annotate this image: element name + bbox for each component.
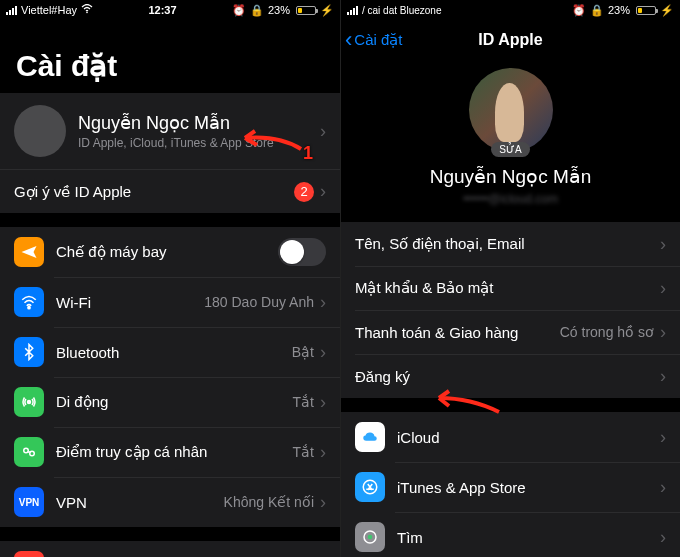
carrier-label: / cai dat Bluezone	[362, 5, 442, 16]
cell-signal-icon	[347, 5, 358, 15]
svg-point-2	[28, 401, 31, 404]
vpn-icon: VPN	[14, 487, 44, 517]
charging-icon: ⚡	[660, 4, 674, 17]
chevron-right-icon: ›	[660, 322, 666, 343]
row-findmy[interactable]: Tìm ›	[341, 512, 680, 557]
chevron-right-icon: ›	[660, 366, 666, 387]
chevron-right-icon: ›	[660, 278, 666, 299]
findmy-icon	[355, 522, 385, 552]
avatar	[14, 105, 66, 157]
row-subscriptions[interactable]: Đăng ký ›	[341, 354, 680, 398]
nav-title: ID Apple	[478, 31, 542, 49]
chevron-right-icon: ›	[320, 292, 326, 313]
appstore-icon	[355, 472, 385, 502]
row-airplane[interactable]: Chế độ máy bay	[0, 227, 340, 277]
row-password-security[interactable]: Mật khẩu & Bảo mật ›	[341, 266, 680, 310]
lock-icon: 🔒	[590, 4, 604, 17]
avatar[interactable]	[469, 68, 553, 152]
row-bluetooth[interactable]: Bluetooth Bật ›	[0, 327, 340, 377]
battery-icon	[296, 6, 316, 15]
lock-icon: 🔒	[250, 4, 264, 17]
chevron-right-icon: ›	[660, 427, 666, 448]
profile-card: SỬA Nguyễn Ngọc Mẫn ••••••@icloud.com	[341, 60, 680, 222]
charging-icon: ⚡	[320, 4, 334, 17]
chevron-right-icon: ›	[660, 234, 666, 255]
battery-icon	[636, 6, 656, 15]
chevron-right-icon: ›	[320, 392, 326, 413]
status-bar: Viettel#Hay 12:37 ⏰ 🔒 23% ⚡	[0, 0, 340, 20]
bluetooth-icon	[14, 337, 44, 367]
apple-id-suggestion-row[interactable]: Gợi ý về ID Apple 2 ›	[0, 169, 340, 213]
notifications-icon	[14, 551, 44, 557]
page-title: Cài đặt	[0, 20, 340, 93]
back-button[interactable]: ‹ Cài đặt	[345, 29, 403, 51]
chevron-left-icon: ‹	[345, 29, 352, 51]
row-icloud[interactable]: iCloud ›	[341, 412, 680, 462]
alarm-icon: ⏰	[572, 4, 586, 17]
battery-pct: 23%	[268, 4, 290, 16]
alarm-icon: ⏰	[232, 4, 246, 17]
airplane-toggle[interactable]	[278, 238, 326, 266]
chevron-right-icon: ›	[320, 181, 326, 202]
icloud-icon	[355, 422, 385, 452]
row-payment-shipping[interactable]: Thanh toán & Giao hàng Có trong hồ sơ ›	[341, 310, 680, 354]
edit-avatar-badge[interactable]: SỬA	[491, 142, 529, 157]
wifi-icon	[81, 4, 93, 16]
badge-count: 2	[294, 182, 314, 202]
cellular-icon	[14, 387, 44, 417]
row-cellular[interactable]: Di động Tắt ›	[0, 377, 340, 427]
hotspot-icon	[14, 437, 44, 467]
chevron-right-icon: ›	[660, 477, 666, 498]
profile-subtitle: ID Apple, iCloud, iTunes & App Store	[78, 136, 320, 150]
profile-name: Nguyễn Ngọc Mẫn	[430, 165, 592, 188]
profile-email: ••••••@icloud.com	[463, 192, 558, 206]
profile-row[interactable]: Nguyễn Ngọc Mẫn ID Apple, iCloud, iTunes…	[0, 93, 340, 169]
chevron-right-icon: ›	[320, 492, 326, 513]
row-vpn[interactable]: VPN VPN Không Kết nối ›	[0, 477, 340, 527]
phone-left: Viettel#Hay 12:37 ⏰ 🔒 23% ⚡ Cài đặt Nguy…	[0, 0, 340, 557]
chevron-right-icon: ›	[660, 527, 666, 548]
row-name-phone-email[interactable]: Tên, Số điện thoại, Email ›	[341, 222, 680, 266]
chevron-right-icon: ›	[320, 121, 326, 142]
row-wifi[interactable]: Wi-Fi 180 Dao Duy Anh ›	[0, 277, 340, 327]
svg-point-1	[28, 307, 30, 309]
battery-pct: 23%	[608, 4, 630, 16]
chevron-right-icon: ›	[320, 442, 326, 463]
wifi-icon	[14, 287, 44, 317]
airplane-icon	[14, 237, 44, 267]
row-hotspot[interactable]: Điểm truy cập cá nhân Tắt ›	[0, 427, 340, 477]
profile-name: Nguyễn Ngọc Mẫn	[78, 112, 320, 134]
svg-point-10	[368, 535, 373, 540]
status-bar: / cai dat Bluezone ⏰ 🔒 23% ⚡	[341, 0, 680, 20]
cell-signal-icon	[6, 5, 17, 15]
chevron-right-icon: ›	[320, 342, 326, 363]
nav-bar: ‹ Cài đặt ID Apple	[341, 20, 680, 60]
row-itunes-appstore[interactable]: iTunes & App Store ›	[341, 462, 680, 512]
svg-point-0	[86, 12, 88, 14]
clock: 12:37	[148, 4, 176, 16]
phone-right: / cai dat Bluezone ⏰ 🔒 23% ⚡ ‹ Cài đặt I…	[340, 0, 680, 557]
carrier-label: Viettel#Hay	[21, 4, 77, 16]
row-notifications[interactable]: Thông báo ›	[0, 541, 340, 557]
